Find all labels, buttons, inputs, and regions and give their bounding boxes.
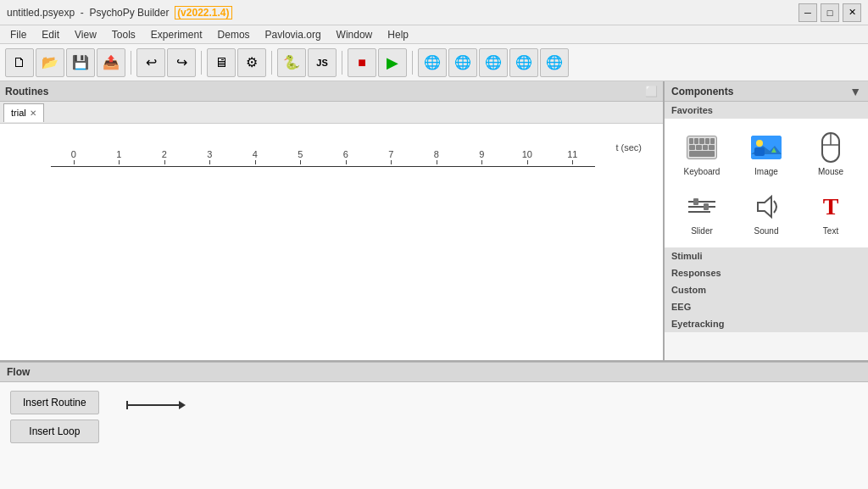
- close-button[interactable]: ✕: [843, 3, 861, 22]
- app-name: PsychoPy Builder: [89, 7, 169, 19]
- flow-arrow: [126, 401, 186, 409]
- arrow-head: [179, 401, 186, 409]
- routines-header: Routines ⬜: [0, 81, 663, 102]
- component-text[interactable]: T Text: [800, 185, 861, 241]
- js-button[interactable]: JS: [308, 48, 337, 77]
- tick-8: 8: [414, 149, 459, 159]
- insert-loop-button[interactable]: Insert Loop: [10, 420, 99, 443]
- image-icon: [749, 131, 783, 164]
- component-slider[interactable]: Slider: [671, 185, 732, 241]
- tick-3: 3: [187, 149, 233, 159]
- favorites-grid: Keyboard: [665, 119, 868, 247]
- mouse-icon: [814, 131, 848, 164]
- tick-5: 5: [278, 149, 324, 159]
- sound-icon: [749, 190, 783, 224]
- menu-item-experiment[interactable]: Experiment: [144, 27, 209, 42]
- svg-rect-9: [693, 198, 698, 205]
- svg-rect-10: [704, 203, 709, 210]
- stimuli-section-header[interactable]: Stimuli: [665, 247, 868, 264]
- routines-title: Routines: [5, 86, 48, 97]
- top-area: Routines ⬜ trial ✕ 01234567891011 t (sec…: [0, 81, 868, 362]
- globe2-button[interactable]: 🌐: [448, 48, 477, 77]
- menu-item-window[interactable]: Window: [330, 27, 380, 42]
- tab-trial[interactable]: trial ✕: [3, 103, 44, 122]
- globe4-button[interactable]: 🌐: [509, 48, 538, 77]
- title-text: untitled.psyexp - PsychoPy Builder (v202…: [7, 7, 232, 19]
- routines-panel: Routines ⬜ trial ✕ 01234567891011 t (sec…: [0, 81, 665, 360]
- tab-trial-close[interactable]: ✕: [30, 108, 36, 118]
- python-button[interactable]: 🐍: [277, 48, 306, 77]
- svg-rect-0: [751, 136, 782, 159]
- flow-buttons: Insert Routine Insert Loop: [10, 391, 99, 443]
- component-image[interactable]: Image: [736, 125, 797, 181]
- component-mouse[interactable]: Mouse: [800, 125, 861, 181]
- menu-bar: FileEditViewToolsExperimentDemosPavlovia…: [0, 25, 868, 44]
- image-label: Image: [754, 167, 778, 176]
- timeline-area: 01234567891011 t (sec): [0, 124, 663, 360]
- menu-item-pavlovia.org[interactable]: Pavlovia.org: [259, 27, 328, 42]
- components-panel: Components ▼ Favorites: [665, 81, 868, 360]
- component-sound[interactable]: Sound: [736, 185, 797, 241]
- globe1-button[interactable]: 🌐: [418, 48, 447, 77]
- keyboard-label: Keyboard: [684, 167, 721, 176]
- image-icon-graphic: [751, 136, 782, 159]
- toolbar-separator-1: [131, 51, 131, 75]
- tick-11: 11: [550, 149, 596, 159]
- routines-expand-button[interactable]: ⬜: [645, 86, 658, 97]
- version-badge: (v2022.1.4): [175, 6, 231, 19]
- eyetracking-section-header[interactable]: Eyetracking: [665, 315, 868, 332]
- keyboard-icon: [685, 131, 719, 164]
- settings-button[interactable]: ⚙: [237, 48, 266, 77]
- ruler-ticks: 01234567891011: [51, 149, 595, 159]
- monitor-button[interactable]: 🖥: [207, 48, 236, 77]
- arrow-line: [128, 404, 179, 406]
- menu-item-help[interactable]: Help: [381, 27, 415, 42]
- text-label: Text: [823, 226, 838, 236]
- window-controls: ─ □ ✕: [798, 3, 861, 22]
- minimize-button[interactable]: ─: [798, 3, 817, 22]
- t-label: t (sec): [615, 142, 642, 153]
- insert-routine-button[interactable]: Insert Routine: [10, 391, 99, 414]
- flow-body: Insert Routine Insert Loop: [0, 382, 868, 489]
- export-button[interactable]: 📤: [97, 48, 125, 77]
- filename: untitled.psyexp: [7, 7, 75, 19]
- save-button[interactable]: 💾: [66, 48, 95, 77]
- responses-section-header[interactable]: Responses: [665, 264, 868, 281]
- run-button[interactable]: ▶: [378, 48, 407, 77]
- toolbar-separator-4: [342, 51, 342, 75]
- components-title: Components: [671, 86, 733, 97]
- tick-1: 1: [97, 149, 142, 159]
- undo-button[interactable]: ↩: [136, 48, 165, 77]
- timeline-ruler: 01234567891011 t (sec): [51, 149, 595, 159]
- flow-title: Flow: [7, 366, 30, 378]
- menu-item-demos[interactable]: Demos: [211, 27, 257, 42]
- toolbar-separator-2: [201, 51, 202, 75]
- menu-item-edit[interactable]: Edit: [35, 27, 66, 42]
- eeg-section-header[interactable]: EEG: [665, 298, 868, 315]
- new-button[interactable]: 🗋: [5, 48, 34, 77]
- favorites-section-header[interactable]: Favorites: [665, 102, 868, 119]
- open-button[interactable]: 📂: [36, 48, 64, 77]
- tick-6: 6: [323, 149, 369, 159]
- component-keyboard[interactable]: Keyboard: [671, 125, 732, 181]
- mouse-label: Mouse: [818, 167, 843, 176]
- tick-7: 7: [369, 149, 415, 159]
- text-icon-graphic: T: [815, 195, 846, 219]
- tick-2: 2: [142, 149, 187, 159]
- stop-button[interactable]: ■: [348, 48, 376, 77]
- maximize-button[interactable]: □: [821, 3, 839, 22]
- menu-item-view[interactable]: View: [68, 27, 103, 42]
- globe5-button[interactable]: 🌐: [540, 48, 569, 77]
- filter-icon[interactable]: ▼: [849, 85, 861, 98]
- menu-item-file[interactable]: File: [3, 27, 33, 42]
- redo-button[interactable]: ↪: [167, 48, 196, 77]
- components-body: Favorites Keyboard: [665, 102, 868, 360]
- toolbar-separator-3: [271, 51, 272, 75]
- keyboard-icon-graphic: [687, 136, 717, 159]
- menu-item-tools[interactable]: Tools: [105, 27, 142, 42]
- text-icon: T: [814, 190, 848, 224]
- globe3-button[interactable]: 🌐: [479, 48, 508, 77]
- flow-header: Flow: [0, 362, 868, 382]
- custom-section-header[interactable]: Custom: [665, 281, 868, 298]
- title-bar: untitled.psyexp - PsychoPy Builder (v202…: [0, 0, 868, 25]
